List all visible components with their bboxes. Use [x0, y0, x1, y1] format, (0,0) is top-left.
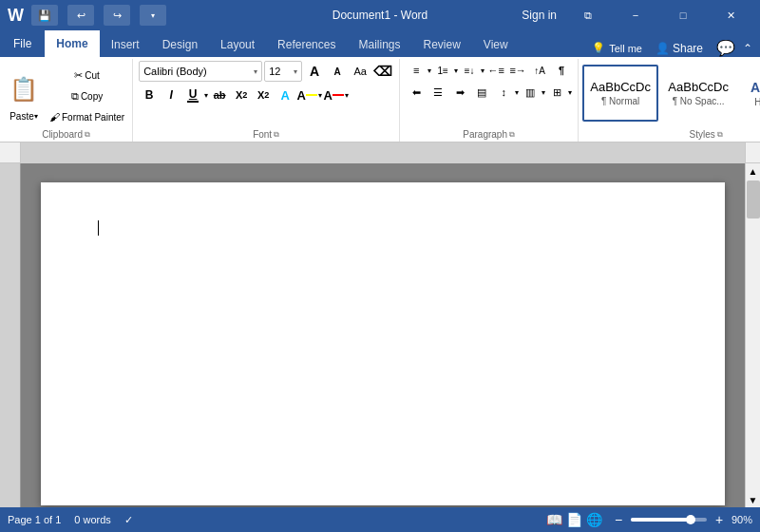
shrink-font-button[interactable]: A — [327, 61, 348, 82]
tab-review[interactable]: Review — [411, 32, 471, 57]
quick-access-more[interactable]: ▾ — [140, 5, 166, 26]
tab-insert[interactable]: Insert — [100, 32, 151, 57]
numbering-button[interactable]: 1≡ — [432, 61, 453, 80]
tab-view[interactable]: View — [472, 32, 520, 57]
numbering-dropdown-arrow[interactable]: ▾ — [454, 66, 458, 75]
underline-dropdown-arrow[interactable]: ▾ — [204, 91, 208, 100]
highlight-button[interactable]: A — [296, 85, 317, 105]
clear-format-button[interactable]: ⌫ — [372, 61, 393, 82]
tell-me-button[interactable]: 💡 Tell me — [592, 42, 642, 54]
grow-font-button[interactable]: A — [304, 61, 325, 82]
zoom-slider[interactable] — [631, 518, 707, 522]
borders-button[interactable]: ⊞ — [546, 83, 567, 102]
cut-button[interactable]: ✂ Cut — [46, 66, 128, 85]
size-dropdown-arrow: ▾ — [294, 67, 297, 76]
scroll-up-arrow[interactable]: ▲ — [746, 163, 761, 179]
font-color-dropdown-arrow[interactable]: ▾ — [345, 91, 349, 100]
multilevel-button[interactable]: ≡↓ — [459, 61, 480, 80]
ribbon-collapse-button[interactable]: ⌃ — [743, 42, 752, 55]
style-nospace-preview: AaBbCcDc — [668, 80, 729, 94]
status-left: Page 1 of 1 0 words ✓ — [8, 514, 133, 526]
tab-mailings[interactable]: Mailings — [347, 32, 411, 57]
font-color-button[interactable]: A — [323, 85, 344, 105]
strikethrough-button[interactable]: ab — [209, 85, 230, 105]
zoom-in-button[interactable]: + — [711, 511, 728, 528]
font-size-dropdown[interactable]: 12 ▾ — [264, 61, 302, 82]
share-button[interactable]: 👤 Share — [650, 40, 709, 57]
text-cursor — [98, 220, 99, 236]
style-normal[interactable]: AaBbCcDc ¶ Normal — [582, 65, 658, 122]
style-no-spacing[interactable]: AaBbCcDc ¶ No Spac... — [660, 65, 736, 122]
proofing-button[interactable]: ✓ — [124, 514, 133, 526]
maximize-button[interactable]: □ — [661, 0, 705, 30]
font-expand-icon[interactable]: ⧉ — [274, 130, 279, 140]
justify-button[interactable]: ▤ — [471, 83, 492, 102]
horizontal-ruler — [21, 142, 745, 163]
tab-home[interactable]: Home — [45, 30, 99, 57]
scroll-down-arrow[interactable]: ▼ — [746, 492, 761, 507]
line-spacing-dropdown-arrow[interactable]: ▾ — [515, 88, 519, 97]
zoom-level[interactable]: 90% — [732, 514, 752, 525]
underline-button[interactable]: U — [182, 85, 203, 105]
font-color-bar — [332, 94, 344, 96]
bullets-dropdown-arrow[interactable]: ▾ — [428, 66, 431, 75]
multilevel-dropdown-arrow[interactable]: ▾ — [481, 66, 484, 75]
web-layout-button[interactable]: 🌐 — [586, 512, 602, 527]
vertical-scrollbar[interactable]: ▲ ▼ — [745, 163, 760, 507]
close-button[interactable]: ✕ — [709, 0, 752, 30]
highlight-dropdown-arrow[interactable]: ▾ — [318, 91, 322, 100]
style-heading1[interactable]: AaBbCc Heading 1 — [738, 65, 760, 122]
scroll-thumb[interactable] — [747, 180, 760, 218]
paste-icon: 📋 — [10, 76, 38, 103]
bold-button[interactable]: B — [139, 85, 160, 105]
page-indicator[interactable]: Page 1 of 1 — [8, 514, 61, 525]
sign-in-button[interactable]: Sign in — [516, 7, 562, 24]
borders-dropdown-arrow[interactable]: ▾ — [568, 88, 572, 97]
paste-button[interactable]: 📋 — [4, 67, 44, 111]
format-painter-button[interactable]: 🖌 Format Painter — [46, 107, 128, 126]
undo-button[interactable]: ↩ — [67, 5, 94, 26]
increase-indent-button[interactable]: ≡→ — [507, 61, 528, 80]
print-layout-button[interactable]: 📄 — [566, 512, 582, 527]
redo-button[interactable]: ↪ — [104, 5, 130, 26]
minimize-button[interactable]: − — [614, 0, 657, 30]
paste-dropdown[interactable]: Paste ▾ — [10, 111, 38, 122]
change-case-button[interactable]: Aa — [350, 61, 370, 82]
bullets-button[interactable]: ≡ — [406, 61, 427, 80]
paragraph-expand-icon[interactable]: ⧉ — [509, 130, 515, 140]
shading-button[interactable]: ▥ — [520, 83, 541, 102]
zoom-slider-thumb[interactable] — [686, 515, 695, 524]
align-right-button[interactable]: ➡ — [449, 83, 470, 102]
text-effects-button[interactable]: A — [275, 85, 295, 105]
restore-window-button[interactable]: ⧉ — [566, 0, 610, 30]
sort-button[interactable]: ↑A — [529, 61, 550, 80]
styles-label: Styles — [690, 129, 715, 140]
read-mode-button[interactable]: 📖 — [546, 512, 562, 527]
show-marks-button[interactable]: ¶ — [551, 61, 572, 80]
ribbon: 📋 Paste ▾ ✂ Cut ⧉ Copy — [0, 57, 760, 142]
document-page[interactable] — [41, 182, 725, 505]
tab-layout[interactable]: Layout — [209, 32, 266, 57]
save-button[interactable]: 💾 — [31, 5, 58, 26]
subscript-button[interactable]: X2 — [231, 85, 252, 105]
title-bar: W 💾 ↩ ↪ ▾ Document1 - Word Sign in ⧉ − □… — [0, 0, 760, 30]
word-count[interactable]: 0 words — [74, 514, 111, 525]
tab-design[interactable]: Design — [151, 32, 209, 57]
comments-button[interactable]: 💬 — [716, 39, 735, 57]
zoom-out-button[interactable]: − — [610, 511, 627, 528]
font-name-dropdown[interactable]: Calibri (Body) ▾ — [139, 61, 262, 82]
document-scroll[interactable] — [21, 163, 745, 507]
italic-button[interactable]: I — [161, 85, 181, 105]
status-bar: Page 1 of 1 0 words ✓ 📖 📄 🌐 − + 90% — [0, 507, 760, 532]
tab-references[interactable]: References — [266, 32, 347, 57]
tab-file[interactable]: File — [0, 30, 45, 57]
align-left-button[interactable]: ⬅ — [406, 83, 427, 102]
clipboard-expand-icon[interactable]: ⧉ — [85, 130, 90, 140]
shading-dropdown-arrow[interactable]: ▾ — [542, 88, 545, 97]
align-center-button[interactable]: ☰ — [428, 83, 448, 102]
superscript-button[interactable]: X2 — [253, 85, 274, 105]
styles-expand-icon[interactable]: ⧉ — [717, 130, 723, 140]
decrease-indent-button[interactable]: ←≡ — [485, 61, 506, 80]
copy-button[interactable]: ⧉ Copy — [46, 86, 128, 105]
line-spacing-button[interactable]: ↕ — [493, 83, 514, 102]
